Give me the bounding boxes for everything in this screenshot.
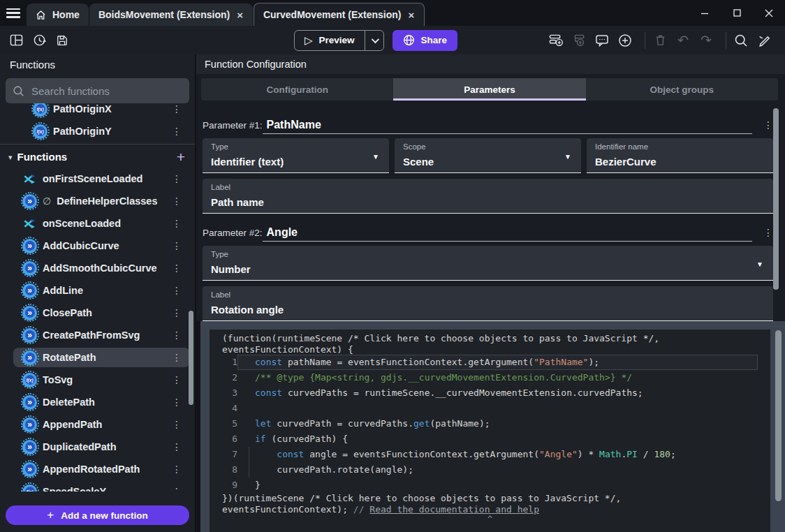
item-menu-icon[interactable] <box>172 485 182 492</box>
item-menu-icon[interactable] <box>172 239 182 252</box>
trash-icon[interactable] <box>651 31 669 50</box>
sidebar-item-AppendRotatedPath[interactable]: AppendRotatedPath <box>13 459 190 479</box>
sidebar-item-PathOriginY[interactable]: PathOriginY <box>13 121 190 141</box>
tab-curvedmovement[interactable]: CurvedMovement (Extension) × <box>254 3 425 26</box>
preview-split-button: Preview <box>294 30 384 51</box>
sidebar-item-AddLine[interactable]: AddLine <box>13 281 190 300</box>
item-menu-icon[interactable] <box>172 262 182 274</box>
main-scrollbar-thumb[interactable] <box>773 108 779 290</box>
sidebar-item-AddSmoothCubicCurve[interactable]: AddSmoothCubicCurve <box>13 258 190 278</box>
item-menu-icon[interactable] <box>172 329 182 341</box>
sidebar-item-DefineHelperClasses[interactable]: ∅DefineHelperClasses <box>13 191 190 211</box>
parameter-menu-icon[interactable] <box>763 119 773 134</box>
tab-object-groups[interactable]: Object groups <box>586 78 778 101</box>
line-number: 1 <box>210 355 237 370</box>
editor-collapse-handle[interactable]: ^ <box>210 515 770 527</box>
sidebar-item-ToSvg[interactable]: ToSvg <box>13 370 190 390</box>
type-select[interactable]: Type Identifier (text) <box>203 138 389 173</box>
add-event-icon[interactable] <box>547 31 565 50</box>
preview-options-button[interactable] <box>365 31 383 50</box>
item-menu-icon[interactable] <box>172 463 182 475</box>
item-menu-icon[interactable] <box>172 396 182 408</box>
code-line[interactable]: curvedPath.rotate(angle); <box>237 462 758 478</box>
parameter-menu-icon[interactable] <box>763 226 773 242</box>
item-menu-icon[interactable] <box>172 217 182 230</box>
label-field[interactable]: Label Rotation angle <box>203 286 773 321</box>
parameter-name-input[interactable]: PathName <box>263 119 752 134</box>
item-menu-icon[interactable] <box>172 172 182 185</box>
add-function-plus-icon[interactable] <box>177 149 186 164</box>
type-select[interactable]: Type Number <box>203 246 773 281</box>
redo-icon[interactable]: ↷ <box>697 31 715 50</box>
sidebar-item-RotatePath[interactable]: RotatePath <box>13 348 190 367</box>
share-button[interactable]: Share <box>392 30 458 51</box>
parameter-name-input[interactable]: Angle <box>263 226 752 242</box>
add-circle-icon[interactable] <box>616 31 634 50</box>
item-menu-icon[interactable] <box>172 441 182 453</box>
label-field[interactable]: Label Path name <box>203 179 773 214</box>
item-menu-icon[interactable] <box>172 195 182 207</box>
sidebar-scrollbar-thumb[interactable] <box>189 311 193 405</box>
sidebar-item-onSceneLoaded[interactable]: onSceneLoaded <box>13 214 190 233</box>
functions-section-header[interactable]: Functions <box>0 147 195 166</box>
code-scrollbar-thumb[interactable] <box>775 330 782 501</box>
sidebar-item-DuplicatedPath[interactable]: DuplicatedPath <box>13 437 190 457</box>
close-tab-icon[interactable]: × <box>236 10 244 20</box>
sidebar-item-CreatePathFromSvg[interactable]: CreatePathFromSvg <box>13 325 190 345</box>
preview-label: Preview <box>319 35 355 45</box>
maximize-button[interactable] <box>721 0 753 26</box>
identifier-name-field[interactable]: Identifier name BezierCurve <box>587 138 773 173</box>
close-window-button[interactable] <box>753 0 785 26</box>
item-menu-icon[interactable] <box>172 125 182 138</box>
item-menu-icon[interactable] <box>172 306 182 319</box>
preview-button[interactable]: Preview <box>295 31 365 50</box>
sidebar-item-AddCubicCurve[interactable]: AddCubicCurve <box>13 236 190 256</box>
documentation-link[interactable]: Read the documentation and help <box>369 504 539 515</box>
javascript-code-editor[interactable]: (function(runtimeScene /* Click here to … <box>210 330 770 532</box>
gdevelop-window: Home BoidsMovement (Extension) × CurvedM… <box>0 0 785 532</box>
line-number: 6 <box>210 431 237 447</box>
item-menu-icon[interactable] <box>172 103 182 115</box>
close-tab-icon[interactable]: × <box>408 10 416 20</box>
item-menu-icon[interactable] <box>172 351 182 364</box>
tab-parameters[interactable]: Parameters <box>393 78 585 101</box>
dropdown-arrow-icon <box>564 149 571 162</box>
scrolled-function-items: PathOriginXPathOriginY <box>0 103 195 141</box>
search-icon[interactable] <box>732 31 750 50</box>
code-line[interactable]: const pathName = eventsFunctionContext.g… <box>237 355 758 370</box>
tab-home[interactable]: Home <box>27 3 89 26</box>
code-line[interactable] <box>237 401 758 416</box>
tab-boidsmovement[interactable]: BoidsMovement (Extension) × <box>89 3 253 26</box>
item-menu-icon[interactable] <box>172 374 182 386</box>
sidebar-item-onFirstSceneLoaded[interactable]: onFirstSceneLoaded <box>13 169 190 189</box>
share-label: Share <box>421 35 448 45</box>
parameters-body: Parameter #1: PathName Type Identifier (… <box>203 110 773 321</box>
code-line[interactable]: } <box>237 478 758 493</box>
code-line[interactable]: /** @type {Map<string, gdjs.__curvedMove… <box>237 370 758 385</box>
sidebar-item-ClosePath[interactable]: ClosePath <box>13 303 190 323</box>
sidebar-item-DeletePath[interactable]: DeletePath <box>13 392 190 412</box>
history-icon[interactable] <box>30 31 48 50</box>
undo-icon[interactable]: ↶ <box>674 31 692 50</box>
minimize-button[interactable] <box>689 0 721 26</box>
main-menu-button[interactable] <box>0 0 27 26</box>
code-line[interactable]: const angle = eventsFunctionContext.getA… <box>237 447 758 462</box>
add-new-function-button[interactable]: Add a new function <box>6 505 189 525</box>
item-menu-icon[interactable] <box>172 284 182 297</box>
save-icon[interactable] <box>53 31 71 50</box>
code-line[interactable]: if (curvedPath) { <box>237 431 758 447</box>
search-functions-input[interactable] <box>31 85 182 97</box>
code-line[interactable]: let curvedPath = curvedPaths.get(pathNam… <box>237 416 758 431</box>
panels-icon[interactable] <box>7 31 25 50</box>
sidebar-item-AppendPath[interactable]: AppendPath <box>13 415 190 434</box>
search-functions-box[interactable] <box>6 78 189 103</box>
sidebar-item-PathOriginX[interactable]: PathOriginX <box>13 103 190 119</box>
comment-icon[interactable] <box>593 31 611 50</box>
tab-configuration[interactable]: Configuration <box>201 78 393 101</box>
item-menu-icon[interactable] <box>172 418 182 431</box>
code-line[interactable]: const curvedPaths = runtimeScene.__curve… <box>237 385 758 401</box>
sidebar-item-SpeedScaleY[interactable]: SpeedScaleY <box>13 482 190 492</box>
scope-select[interactable]: Scope Scene <box>395 138 581 173</box>
edit-icon[interactable] <box>755 31 773 50</box>
add-subevent-icon[interactable] <box>570 31 588 50</box>
